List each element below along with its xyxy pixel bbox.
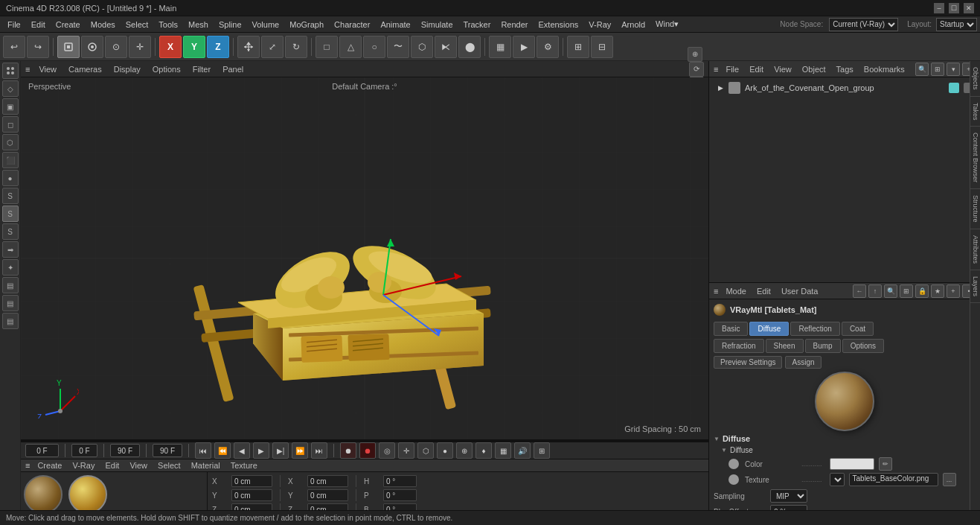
cube-icon[interactable]: ⬛ — [2, 152, 19, 168]
current-frame-input[interactable] — [25, 444, 59, 457]
s-tool-1[interactable]: S — [2, 188, 19, 204]
arrow-icon[interactable]: ➡ — [2, 241, 19, 258]
coord-h-input[interactable] — [383, 475, 417, 487]
timeline-btn-5[interactable]: ⊕ — [456, 442, 473, 459]
mograph-cloner-button[interactable]: ⬡ — [411, 36, 433, 58]
attr-filter-icon[interactable]: ⊞ — [900, 284, 913, 298]
color-radio-icon[interactable] — [728, 459, 739, 469]
objects-menu-bookmarks[interactable]: Bookmarks — [861, 63, 908, 75]
vp-ctrl-2[interactable]: ⟳ — [689, 62, 704, 77]
mat-menu-icon[interactable]: ≡ — [25, 461, 30, 470]
attr-add-icon[interactable]: + — [947, 284, 960, 298]
tab-diffuse[interactable]: Diffuse — [749, 322, 789, 336]
menu-simulate[interactable]: Simulate — [417, 19, 458, 31]
tab-preview-settings[interactable]: Preview Settings — [714, 356, 782, 369]
sampling-select[interactable]: MIP SAT — [770, 489, 807, 503]
menu-render[interactable]: Render — [496, 19, 532, 31]
to-end-button[interactable]: ⏭ — [311, 442, 327, 459]
mat-menu-edit[interactable]: Edit — [102, 459, 122, 471]
mat-menu-view[interactable]: View — [126, 459, 150, 471]
step-back-button[interactable]: ◀ — [234, 442, 250, 459]
vp-ctrl-1[interactable]: ⊕ — [688, 47, 702, 62]
objects-search-icon[interactable]: 🔍 — [915, 63, 929, 76]
menu-arnold[interactable]: Arnold — [617, 19, 650, 31]
rotate-tool-button[interactable]: ↻ — [285, 36, 307, 58]
move-tool-button[interactable] — [237, 36, 260, 58]
tab-assign[interactable]: Assign — [785, 356, 821, 369]
texture-radio-icon[interactable] — [728, 474, 739, 485]
tab-structure[interactable]: Structure — [970, 189, 981, 229]
vp-cameras[interactable]: Cameras — [65, 63, 105, 75]
close-button[interactable]: ✕ — [964, 3, 974, 13]
menu-edit[interactable]: Edit — [27, 19, 50, 31]
coord-y2-input[interactable] — [307, 489, 348, 501]
s-tool-2[interactable]: S — [2, 206, 19, 222]
tab-takes[interactable]: Takes — [970, 97, 981, 127]
sphere-icon[interactable]: ● — [2, 170, 19, 186]
axis-mode-button[interactable]: ✛ — [129, 36, 151, 58]
y-axis-button[interactable]: Y — [183, 36, 205, 58]
objects-menu-edit[interactable]: Edit — [746, 63, 766, 75]
attr-menu-userdata[interactable]: User Data — [778, 285, 822, 297]
tab-sheen[interactable]: Sheen — [766, 339, 804, 353]
vp-menu-icon[interactable]: ≡ — [25, 65, 30, 74]
snap-button[interactable]: ⊞ — [567, 36, 589, 58]
layers-icon[interactable]: ▤ — [2, 277, 19, 293]
polygon-object-button[interactable]: △ — [339, 36, 362, 58]
vp-filter[interactable]: Filter — [190, 63, 214, 75]
vp-options[interactable]: Options — [150, 63, 184, 75]
objects-menu-object[interactable]: Object — [799, 63, 829, 75]
timeline-btn-6[interactable]: ♦ — [475, 442, 492, 459]
coord-y1-input[interactable] — [231, 489, 272, 501]
menu-file[interactable]: File — [3, 19, 25, 31]
minimize-button[interactable]: – — [934, 3, 944, 13]
max-frame-input[interactable] — [153, 444, 182, 457]
objects-filter-icon[interactable]: ⊞ — [931, 63, 944, 76]
mat-menu-vray[interactable]: V-Ray — [69, 459, 97, 471]
mat-menu-create[interactable]: Create — [34, 459, 65, 471]
tab-bump[interactable]: Bump — [805, 339, 841, 353]
sculpt-icon[interactable]: ⬡ — [2, 134, 19, 150]
tab-basic[interactable]: Basic — [714, 322, 748, 336]
layers-icon-3[interactable]: ▤ — [2, 313, 19, 329]
menu-mograph[interactable]: MoGraph — [285, 19, 328, 31]
attr-back-icon[interactable]: ← — [853, 284, 866, 298]
attr-menu-edit[interactable]: Edit — [754, 285, 774, 297]
polygons-mode-icon[interactable]: ▣ — [2, 98, 19, 115]
timeline-btn-7[interactable]: ▦ — [495, 442, 511, 459]
tab-attributes[interactable]: Attributes — [970, 229, 981, 270]
tab-objects[interactable]: Objects — [970, 61, 981, 97]
vp-display[interactable]: Display — [111, 63, 144, 75]
coord-x1-input[interactable] — [231, 475, 272, 487]
tab-options[interactable]: Options — [842, 339, 884, 353]
record-mode-1[interactable]: ⏺ — [340, 442, 356, 459]
objects-menu-icon[interactable]: ≡ — [714, 65, 718, 74]
object-mode-button[interactable] — [81, 36, 103, 58]
menu-select[interactable]: Select — [121, 19, 153, 31]
tab-refraction[interactable]: Refraction — [714, 339, 764, 353]
diffuse-sub-arrow[interactable]: ▼ — [721, 447, 727, 454]
scale-tool-button[interactable]: ⤢ — [261, 36, 284, 58]
z-axis-button[interactable]: Z — [207, 36, 229, 58]
menu-volume[interactable]: Volume — [248, 19, 284, 31]
menu-create[interactable]: Create — [51, 19, 85, 31]
mat-menu-material[interactable]: Material — [188, 459, 223, 471]
timeline-btn-3[interactable]: ⬡ — [417, 442, 434, 459]
object-ark-group[interactable]: ▶ Ark_of_the_Covenant_Open_group — [712, 80, 977, 95]
objects-menu-view[interactable]: View — [771, 63, 795, 75]
null-button[interactable]: □ — [316, 36, 338, 58]
menu-character[interactable]: Character — [330, 19, 374, 31]
menu-wind[interactable]: Wind▾ — [651, 18, 683, 31]
attr-bookmark-icon[interactable]: ★ — [931, 284, 944, 298]
mat-menu-select[interactable]: Select — [155, 459, 184, 471]
attr-up-icon[interactable]: ↑ — [868, 284, 882, 298]
spline-button[interactable]: 〜 — [387, 36, 409, 58]
attr-lock-icon[interactable]: 🔒 — [915, 284, 929, 298]
to-start-button[interactable]: ⏮ — [195, 442, 211, 459]
menu-mesh[interactable]: Mesh — [184, 19, 213, 31]
attr-search-icon[interactable]: 🔍 — [884, 284, 897, 298]
render-button[interactable]: ⚙ — [537, 36, 559, 58]
timeline-btn-2[interactable]: ✛ — [398, 442, 414, 459]
timeline-btn-9[interactable]: ⊞ — [534, 442, 550, 459]
undo-button[interactable]: ↩ — [3, 36, 25, 58]
